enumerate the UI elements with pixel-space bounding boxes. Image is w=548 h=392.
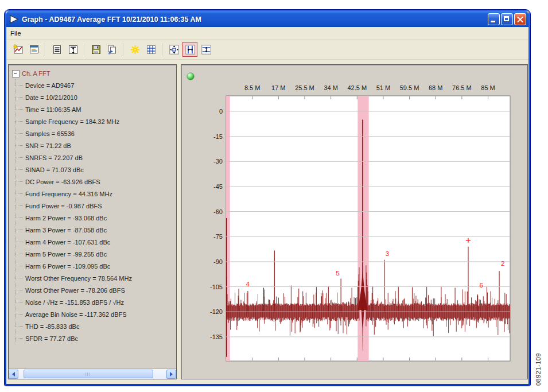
tree-item[interactable]: Harm 6 Power = -109.095 dBc: [15, 260, 175, 272]
export-icon: [107, 44, 118, 55]
menubar: File: [6, 27, 528, 40]
tree-item-label: Date = 10/21/2010: [25, 94, 77, 101]
tree-item[interactable]: DC Power = -63.926 dBFS: [15, 176, 175, 188]
y-tick-label: -135: [210, 333, 223, 340]
tree-item[interactable]: THD = -85.833 dBc: [15, 320, 175, 332]
scrollbar-thumb[interactable]: [24, 370, 153, 378]
figure-number: 08921-109: [535, 346, 543, 386]
annotate-icon: [130, 44, 141, 55]
toolbar-data-list-button[interactable]: [49, 42, 64, 57]
tree-item[interactable]: SNRFS = 72.207 dB: [15, 152, 175, 164]
page: Graph - AD9467 Average FFT 10/21/2010 11…: [0, 0, 548, 392]
maximize-button[interactable]: [501, 13, 513, 25]
tree-item-label: Device = AD9467: [25, 82, 74, 89]
x-tick-label: 42.5 M: [347, 84, 367, 91]
tree-item[interactable]: Average Bin Noise = -117.362 dBFS: [15, 308, 175, 320]
scroll-left-button[interactable]: [9, 370, 18, 379]
x-tick-label: 34 M: [324, 84, 337, 91]
toolbar-axis-scale-button[interactable]: [65, 42, 80, 57]
tree-item-label: SINAD = 71.073 dBc: [25, 166, 84, 173]
tree-item[interactable]: Worst Other Frequency = 78.564 MHz: [15, 272, 175, 284]
titlebar[interactable]: Graph - AD9467 Average FFT 10/21/2010 11…: [6, 11, 528, 27]
tree-item-label: Harm 2 Power = -93.068 dBc: [25, 215, 107, 222]
tree-item-label: SNR = 71.22 dB: [25, 142, 71, 149]
x-tick-label: 25.5 M: [295, 84, 314, 91]
toolbar-export-button[interactable]: [104, 42, 119, 57]
toolbar-separator: [162, 43, 163, 56]
tree-item-label: Fund Power = -0.987 dBFS: [25, 203, 102, 209]
menu-file[interactable]: File: [6, 29, 25, 38]
tree-item[interactable]: Samples = 65536: [15, 127, 175, 139]
toolbar-new-graph-button[interactable]: [10, 42, 25, 57]
tree-item[interactable]: Fund Power = -0.987 dBFS: [15, 200, 175, 212]
toolbar-pan-button[interactable]: [166, 42, 181, 57]
data-list-icon: [52, 44, 63, 55]
tree-item[interactable]: SINAD = 71.073 dBc: [15, 164, 175, 176]
close-button[interactable]: [514, 13, 526, 25]
tree-item[interactable]: Noise / √Hz = -151.853 dBFS / √Hz: [15, 296, 175, 308]
scroll-right-button[interactable]: [166, 370, 176, 379]
tree-item[interactable]: Harm 5 Power = -99.255 dBc: [15, 248, 175, 260]
results-tree-panel: Ch. A FFT Device = AD9467Date = 10/21/20…: [8, 64, 177, 379]
x-tick-label: 17 M: [271, 84, 285, 91]
y-tick-label: -45: [213, 183, 223, 190]
y-tick-label: -105: [210, 284, 223, 290]
x-tick-label: 68 M: [429, 84, 442, 91]
vertical-cursors-icon: [185, 44, 196, 55]
tree-item-label: Noise / √Hz = -151.853 dBFS / √Hz: [25, 299, 124, 306]
harmonic-marker-label: 2: [501, 260, 504, 267]
tree-item[interactable]: Time = 11:06:35 AM: [15, 103, 175, 115]
tree-item-label: Time = 11:06:35 AM: [25, 106, 81, 113]
toolbar-vertical-cursors-button[interactable]: [182, 42, 197, 57]
grid-icon: [146, 44, 157, 55]
tree-item[interactable]: Device = AD9467: [15, 79, 175, 91]
status-led-icon: [187, 73, 194, 80]
toolbar-horizontal-cursors-button[interactable]: [199, 42, 213, 57]
toolbar-page-setup-button[interactable]: [26, 42, 41, 57]
y-tick-label: -30: [213, 158, 223, 165]
harmonic-marker-label: 5: [336, 270, 339, 277]
toolbar-separator: [123, 43, 124, 56]
tree-item[interactable]: Harm 4 Power = -107.631 dBc: [15, 236, 175, 248]
tree-item[interactable]: Worst Other Power = -78.206 dBFS: [15, 284, 175, 296]
tree-item[interactable]: Harm 2 Power = -93.068 dBc: [15, 212, 175, 224]
tree-item-label: DC Power = -63.926 dBFS: [25, 178, 100, 185]
scrollbar-track[interactable]: [18, 370, 166, 379]
app-icon: [9, 15, 19, 24]
window-content: Ch. A FFT Device = AD9467Date = 10/21/20…: [6, 60, 528, 384]
toolbar-save-button[interactable]: [88, 42, 103, 57]
tree-item[interactable]: Harm 3 Power = -87.058 dBc: [15, 224, 175, 236]
tree-item[interactable]: SNR = 71.22 dB: [15, 139, 175, 152]
tree-item-label: Sample Frequency = 184.32 MHz: [25, 118, 119, 125]
tree-item[interactable]: SFDR = 77.27 dBc: [15, 332, 175, 344]
tree-item-label: SNRFS = 72.207 dB: [25, 154, 83, 161]
y-tick-label: -90: [213, 258, 223, 265]
tree-item-label: Worst Other Frequency = 78.564 MHz: [25, 275, 132, 282]
tree-root-label: Ch. A FFT: [22, 70, 50, 77]
tree-item[interactable]: Date = 10/21/2010: [15, 91, 175, 103]
collapse-icon[interactable]: [12, 70, 20, 77]
left-arrow-icon: [10, 372, 15, 377]
results-tree: Ch. A FFT Device = AD9467Date = 10/21/20…: [9, 65, 176, 368]
axis-scale-icon: [68, 44, 79, 55]
toolbar-grid-button[interactable]: [143, 42, 158, 57]
fft-chart[interactable]: 0-15-30-45-60-75-90-105-120-1358.5 M17 M…: [181, 65, 526, 378]
app-window: Graph - AD9467 Average FFT 10/21/2010 11…: [5, 10, 530, 386]
y-tick-label: -60: [213, 208, 223, 215]
tree-children: Device = AD9467Date = 10/21/2010Time = 1…: [15, 79, 175, 344]
minimize-button[interactable]: [488, 13, 500, 25]
tree-root[interactable]: Ch. A FFT: [10, 68, 175, 79]
toolbar-annotate-button[interactable]: [127, 42, 142, 57]
y-tick-label: -75: [213, 233, 223, 240]
tree-item[interactable]: Fund Frequency = 44.316 MHz: [15, 188, 175, 200]
tree-item-label: Samples = 65536: [25, 130, 75, 137]
tree-item-label: SFDR = 77.27 dBc: [25, 335, 78, 342]
harmonic-marker-label: 4: [246, 281, 250, 288]
window-title: Graph - AD9467 Average FFT 10/21/2010 11…: [22, 15, 488, 24]
fft-graph-panel[interactable]: 0-15-30-45-60-75-90-105-120-1358.5 M17 M…: [181, 64, 528, 379]
tree-item-label: THD = -85.833 dBc: [25, 323, 79, 330]
right-arrow-icon: [170, 372, 175, 377]
tree-item[interactable]: Sample Frequency = 184.32 MHz: [15, 115, 175, 127]
toolbar-separator: [84, 43, 85, 56]
x-tick-label: 59.5 M: [400, 84, 419, 91]
